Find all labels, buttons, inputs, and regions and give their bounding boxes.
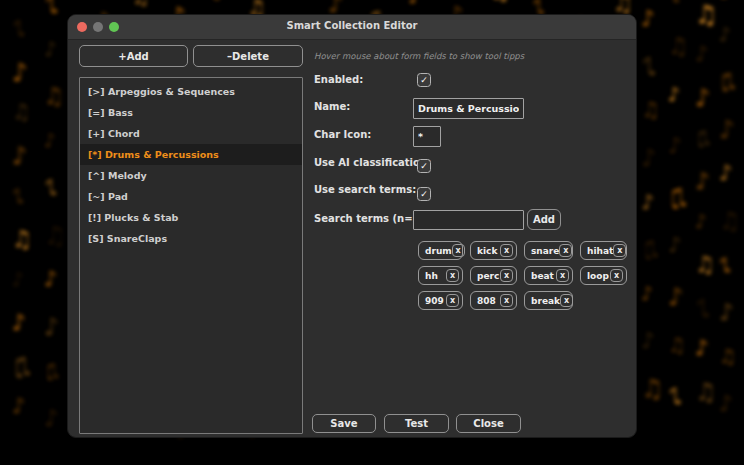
- term-chip-beat: beat x: [524, 266, 573, 285]
- list-item-snareclaps[interactable]: [S] SnareClaps: [80, 228, 302, 249]
- add-collection-button[interactable]: +Add: [79, 45, 188, 67]
- term-chip-909: 909 x: [418, 291, 463, 310]
- list-item-bass[interactable]: [=] Bass: [80, 102, 302, 123]
- collection-list[interactable]: [>] Arpeggios & Sequences [=] Bass [+] C…: [79, 77, 303, 434]
- remove-term-button[interactable]: x: [560, 294, 573, 307]
- term-chip-break: break x: [524, 291, 573, 310]
- remove-term-button[interactable]: x: [446, 269, 459, 282]
- term-chip-drum: drum x: [418, 241, 463, 260]
- term-chip-perc: perc x: [470, 266, 517, 285]
- name-label: Name:: [314, 101, 350, 112]
- window-title: Smart Collection Editor: [68, 20, 636, 31]
- term-chip-loop: loop x: [580, 266, 627, 285]
- use-ai-label: Use AI classification:: [314, 157, 431, 168]
- checkmark-icon: ✓: [420, 190, 428, 199]
- name-input[interactable]: [413, 98, 524, 119]
- title-bar[interactable]: Smart Collection Editor: [68, 15, 636, 40]
- list-item-chord[interactable]: [+] Chord: [80, 123, 302, 144]
- term-label: beat: [531, 271, 554, 281]
- term-label: hihat: [587, 246, 613, 256]
- term-label: break: [531, 296, 560, 306]
- smart-collection-editor-window: Smart Collection Editor +Add –Delete Hov…: [67, 14, 637, 438]
- term-label: snare: [531, 246, 559, 256]
- term-label: 909: [425, 296, 444, 306]
- remove-term-button[interactable]: x: [556, 269, 569, 282]
- term-chip-row-2: hh x perc x beat x loop x: [418, 266, 627, 285]
- delete-collection-button[interactable]: –Delete: [193, 45, 303, 67]
- use-search-terms-checkbox[interactable]: ✓: [417, 187, 431, 201]
- term-chip-kick: kick x: [470, 241, 517, 260]
- term-label: 808: [477, 296, 496, 306]
- term-label: hh: [425, 271, 438, 281]
- checkmark-icon: ✓: [420, 162, 428, 171]
- search-term-input[interactable]: [413, 210, 524, 230]
- remove-term-button[interactable]: x: [446, 294, 459, 307]
- remove-term-button[interactable]: x: [500, 269, 513, 282]
- use-search-terms-label: Use search terms:: [314, 184, 416, 195]
- term-label: kick: [477, 246, 497, 256]
- char-icon-input[interactable]: [413, 126, 441, 147]
- term-chip-row-1: drum x kick x snare x hihat x: [418, 241, 627, 260]
- term-chip-hh: hh x: [418, 266, 463, 285]
- remove-term-button[interactable]: x: [559, 244, 572, 257]
- save-button[interactable]: Save: [312, 414, 376, 433]
- tooltip-hint-text: Hover mouse about form fields to show to…: [314, 51, 524, 61]
- close-button[interactable]: Close: [456, 414, 521, 433]
- term-chip-snare: snare x: [524, 241, 573, 260]
- list-item-arpeggios[interactable]: [>] Arpeggios & Sequences: [80, 81, 302, 102]
- remove-term-button[interactable]: x: [500, 294, 513, 307]
- checkmark-icon: ✓: [420, 76, 428, 85]
- term-label: loop: [587, 271, 609, 281]
- term-chip-808: 808 x: [470, 291, 517, 310]
- enabled-checkbox[interactable]: ✓: [417, 73, 431, 87]
- remove-term-button[interactable]: x: [452, 244, 465, 257]
- list-item-drums-selected[interactable]: [*] Drums & Percussions: [80, 144, 302, 165]
- term-chip-hihat: hihat x: [580, 241, 627, 260]
- term-chip-row-3: 909 x 808 x break x: [418, 291, 573, 310]
- test-button[interactable]: Test: [384, 414, 449, 433]
- remove-term-button[interactable]: x: [613, 244, 626, 257]
- add-term-button[interactable]: Add: [527, 209, 561, 230]
- term-label: perc: [477, 271, 499, 281]
- term-label: drum: [425, 246, 452, 256]
- list-item-pad[interactable]: [~] Pad: [80, 186, 302, 207]
- remove-term-button[interactable]: x: [500, 244, 513, 257]
- remove-term-button[interactable]: x: [610, 269, 623, 282]
- enabled-label: Enabled:: [314, 74, 363, 85]
- char-icon-label: Char Icon:: [314, 129, 371, 140]
- list-item-plucks[interactable]: [!] Plucks & Stab: [80, 207, 302, 228]
- use-ai-checkbox[interactable]: ✓: [417, 159, 431, 173]
- list-item-melody[interactable]: [^] Melody: [80, 165, 302, 186]
